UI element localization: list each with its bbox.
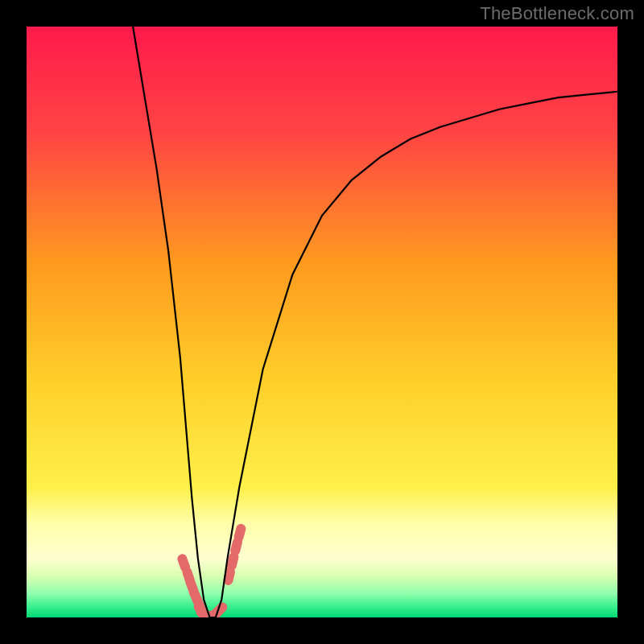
watermark-label: TheBottleneck.com xyxy=(480,3,634,24)
highlight-dash xyxy=(228,572,230,580)
highlight-dash xyxy=(235,543,237,551)
chart-frame: TheBottleneck.com xyxy=(0,0,644,644)
highlight-dash xyxy=(232,557,234,566)
highlight-dash xyxy=(239,529,242,538)
plot-area xyxy=(27,27,617,617)
bottleneck-chart xyxy=(27,27,617,617)
highlight-dash xyxy=(182,559,185,567)
gradient-background xyxy=(27,27,617,617)
